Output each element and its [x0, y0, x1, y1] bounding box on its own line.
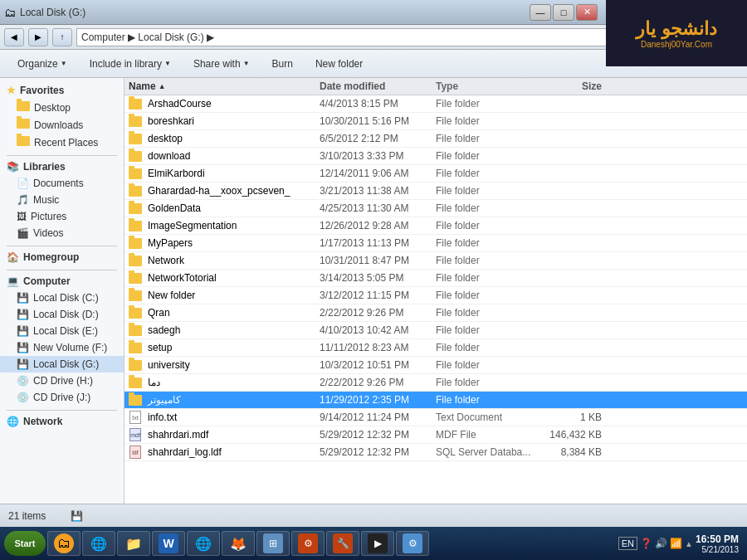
drive-d-icon: 💾: [17, 309, 29, 320]
file-name: New folder: [148, 290, 195, 301]
recent-icon: [17, 136, 30, 149]
file-type-cell: File folder: [436, 290, 544, 301]
col-size-header[interactable]: Size: [544, 80, 610, 92]
table-row[interactable]: Network 10/31/2011 8:47 PM File folder: [124, 252, 747, 270]
sidebar-item-videos[interactable]: 🎬 Videos: [0, 225, 124, 241]
table-row[interactable]: mdf shahrdari.mdf 5/29/2012 12:32 PM MDF…: [124, 426, 747, 444]
taskbar-app-explorer[interactable]: 🗂: [47, 531, 81, 556]
taskbar-app-app3[interactable]: 🔧: [326, 531, 359, 556]
include-library-button[interactable]: Include in library ▼: [81, 53, 180, 75]
taskbar-app-ie2[interactable]: 🌐: [187, 531, 220, 556]
col-name-header[interactable]: Name ▲: [129, 80, 320, 92]
language-indicator[interactable]: EN: [618, 537, 637, 550]
table-row[interactable]: desktop 6/5/2012 2:12 PM File folder: [124, 130, 747, 148]
homegroup-header[interactable]: 🏠 Homegroup: [0, 249, 124, 265]
table-row[interactable]: sadegh 4/10/2013 10:42 AM File folder: [124, 322, 747, 339]
sidebar-item-drive-c[interactable]: 💾 Local Disk (C:): [0, 290, 124, 306]
new-folder-button[interactable]: New folder: [306, 53, 372, 75]
titlebar-title: Local Disk (G:): [20, 7, 85, 18]
table-row[interactable]: ArshadCourse 4/4/2013 8:15 PM File folde…: [124, 95, 747, 113]
taskbar-app-folder[interactable]: 📁: [117, 531, 150, 556]
table-row[interactable]: کامپیوتر 11/29/2012 2:35 PM File folder: [124, 392, 747, 409]
sidebar-item-drive-j[interactable]: 💿 CD Drive (J:): [0, 389, 124, 406]
arrow-tray-icon[interactable]: ▲: [685, 539, 693, 548]
taskbar-app-settings[interactable]: ⚙: [396, 531, 429, 556]
network-header[interactable]: 🌐 Network: [0, 413, 124, 430]
file-date-cell: 10/31/2011 8:47 PM: [320, 255, 436, 266]
up-button[interactable]: ↑: [52, 28, 72, 46]
sidebar-item-drive-d[interactable]: 💾 Local Disk (D:): [0, 306, 124, 323]
sidebar-item-drive-h[interactable]: 💿 CD Drive (H:): [0, 373, 124, 389]
file-date-cell: 2/22/2012 9:26 PM: [320, 307, 436, 319]
table-row[interactable]: Qran 2/22/2012 9:26 PM File folder: [124, 304, 747, 322]
table-row[interactable]: ImageSegmentation 12/26/2012 9:28 AM Fil…: [124, 217, 747, 235]
organize-button[interactable]: Organize ▼: [8, 53, 76, 75]
col-date-header[interactable]: Date modified: [320, 80, 436, 92]
drive-e-icon: 💾: [17, 325, 29, 337]
sidebar-item-drive-g[interactable]: 💾 Local Disk (G:): [0, 356, 124, 373]
file-name: setup: [148, 342, 172, 353]
maximize-button[interactable]: □: [553, 4, 574, 21]
table-row[interactable]: Gharardad-ha__xoox_pcseven_ 3/21/2013 11…: [124, 183, 747, 200]
table-row[interactable]: download 3/10/2013 3:33 PM File folder: [124, 148, 747, 165]
sidebar-item-documents[interactable]: 📄 Documents: [0, 175, 124, 192]
sidebar-item-recent[interactable]: Recent Places: [0, 134, 124, 151]
taskbar-app-app1[interactable]: ⊞: [256, 531, 290, 556]
drive-f-icon: 💾: [17, 342, 29, 353]
file-date-cell: 3/10/2013 3:33 PM: [320, 150, 436, 162]
table-row[interactable]: New folder 3/12/2012 11:15 PM File folde…: [124, 287, 747, 304]
forward-button[interactable]: ▶: [28, 28, 48, 46]
close-button[interactable]: ✕: [576, 4, 598, 21]
taskbar-app-ie[interactable]: 🌐: [82, 531, 115, 556]
burn-button[interactable]: Burn: [263, 53, 302, 75]
share-with-button[interactable]: Share with ▼: [184, 53, 259, 75]
start-button[interactable]: Start: [4, 531, 46, 556]
libraries-header[interactable]: 📚 Libraries: [0, 158, 124, 175]
divider-4: [7, 410, 117, 411]
minimize-button[interactable]: —: [530, 4, 551, 21]
file-name-cell: Gharardad-ha__xoox_pcseven_: [129, 184, 320, 197]
sidebar-item-music[interactable]: 🎵 Music: [0, 192, 124, 208]
taskbar-app-word[interactable]: W: [152, 531, 185, 556]
taskbar-app-firefox[interactable]: 🦊: [222, 531, 255, 556]
back-button[interactable]: ◀: [4, 28, 24, 46]
file-type-icon: [129, 289, 142, 302]
file-name-cell: mdf shahrdari.mdf: [129, 428, 320, 441]
sidebar-item-desktop[interactable]: Desktop: [0, 99, 124, 116]
sidebar-item-drive-f[interactable]: 💾 New Volume (F:): [0, 339, 124, 356]
sidebar-item-downloads[interactable]: Downloads: [0, 116, 124, 134]
file-name: ImageSegmentation: [148, 220, 237, 231]
include-library-arrow: ▼: [164, 60, 171, 67]
network-tray-icon[interactable]: 📶: [670, 538, 682, 549]
speaker-icon[interactable]: 🔊: [655, 538, 667, 549]
folder-icon: [129, 134, 142, 144]
ldf-icon: ldf: [129, 446, 141, 459]
table-row[interactable]: boreshkari 10/30/2011 5:16 PM File folde…: [124, 113, 747, 130]
table-row[interactable]: txt info.txt 9/14/2012 11:24 PM Text Doc…: [124, 409, 747, 426]
table-row[interactable]: setup 11/11/2012 8:23 AM File folder: [124, 339, 747, 357]
tray-clock[interactable]: 16:50 PM 5/21/2013: [696, 533, 739, 554]
table-row[interactable]: ldf shahrdari_log.ldf 5/29/2012 12:32 PM…: [124, 444, 747, 461]
table-row[interactable]: NetworkTotorial 3/14/2013 5:05 PM File f…: [124, 270, 747, 287]
file-name-cell: setup: [129, 341, 320, 354]
table-row[interactable]: دما 2/22/2012 9:26 PM File folder: [124, 374, 747, 392]
table-row[interactable]: GoldenData 4/25/2013 11:30 AM File folde…: [124, 200, 747, 217]
file-name: university: [148, 359, 190, 371]
taskbar-app-app2[interactable]: ⚙: [291, 531, 325, 556]
table-row[interactable]: university 10/3/2012 10:51 PM File folde…: [124, 357, 747, 374]
sidebar-item-pictures[interactable]: 🖼 Pictures: [0, 208, 124, 225]
taskbar-app-terminal[interactable]: ▶: [361, 531, 394, 556]
favorites-header[interactable]: ★ Favorites: [0, 82, 124, 99]
file-name: NetworkTotorial: [148, 272, 217, 284]
table-row[interactable]: ElmiKarbordi 12/14/2011 9:06 AM File fol…: [124, 165, 747, 183]
computer-header[interactable]: 💻 Computer: [0, 273, 124, 290]
address-path[interactable]: Computer ▶ Local Disk (G:) ▶: [76, 28, 614, 46]
file-date-cell: 4/4/2013 8:15 PM: [320, 98, 436, 110]
col-type-header[interactable]: Type: [436, 80, 544, 92]
share-with-arrow: ▼: [243, 60, 250, 67]
statusbar: 21 items 💾: [0, 504, 747, 527]
table-row[interactable]: MyPapers 1/17/2013 11:13 PM File folder: [124, 235, 747, 252]
file-type-cell: File folder: [436, 98, 544, 110]
file-type-cell: SQL Server Databa...: [436, 446, 544, 458]
sidebar-item-drive-e[interactable]: 💾 Local Disk (E:): [0, 323, 124, 339]
